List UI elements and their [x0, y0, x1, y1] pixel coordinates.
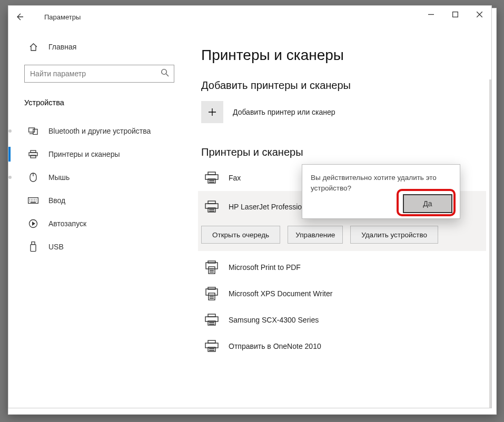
minimize-button[interactable]	[419, 6, 443, 23]
printer-icon	[201, 200, 222, 213]
sidebar-item-typing[interactable]: Ввод	[8, 189, 190, 212]
sidebar-item-label: Принтеры и сканеры	[48, 150, 120, 158]
close-button[interactable]	[467, 6, 491, 23]
printer-label: Отправить в OneNote 2010	[229, 342, 321, 350]
svg-rect-15	[208, 201, 215, 204]
add-printer-label: Добавить принтер или сканер	[233, 108, 335, 116]
scrollbar[interactable]	[489, 79, 491, 408]
search-input[interactable]	[24, 65, 174, 83]
sidebar: Главная Устройства Bluetooth и другие ус…	[8, 36, 190, 408]
confirm-delete-popup: Вы действительно хотите удалить это устр…	[302, 164, 460, 219]
home-label: Главная	[48, 43, 76, 51]
list-section-title: Принтеры и сканеры	[201, 146, 486, 158]
svg-rect-11	[31, 245, 36, 252]
app-title: Параметры	[44, 13, 81, 21]
printer-actions: Открыть очередь Управление Удалить устро…	[198, 223, 486, 251]
printer-label: Microsoft XPS Document Writer	[229, 289, 332, 298]
sidebar-item-autoplay[interactable]: Автозапуск	[8, 212, 190, 235]
printer-icon	[201, 314, 222, 326]
edge-dot	[8, 176, 12, 179]
add-icon	[201, 101, 223, 123]
sidebar-item-mouse[interactable]: Мышь	[8, 166, 190, 189]
svg-rect-12	[208, 172, 215, 175]
confirm-yes-button[interactable]: Да	[403, 194, 452, 213]
printer-label: Microsoft Print to PDF	[229, 263, 301, 272]
printer-item-samsung[interactable]: Samsung SCX-4300 Series	[198, 307, 486, 333]
printer-icon	[27, 150, 39, 158]
printer-doc-icon	[201, 287, 222, 300]
search-wrap	[24, 65, 174, 83]
printer-icon	[201, 172, 222, 184]
sidebar-item-label: USB	[48, 243, 64, 251]
page-title: Принтеры и сканеры	[201, 47, 486, 64]
svg-rect-27	[208, 340, 215, 343]
usb-icon	[27, 242, 39, 252]
printer-icon	[201, 340, 222, 353]
titlebar: Параметры	[8, 6, 491, 28]
svg-rect-2	[29, 128, 35, 132]
content-area: Принтеры и сканеры Добавить принтеры и с…	[198, 37, 486, 408]
nav-list: Bluetooth и другие устройства Принтеры и…	[8, 119, 190, 258]
window-controls	[419, 6, 491, 23]
keyboard-icon	[27, 197, 39, 204]
open-queue-button[interactable]: Открыть очередь	[201, 226, 280, 244]
svg-rect-0	[452, 12, 458, 17]
sidebar-item-label: Автозапуск	[48, 219, 86, 228]
add-section-title: Добавить принтеры и сканеры	[201, 79, 486, 92]
home-nav[interactable]: Главная	[8, 36, 190, 57]
mouse-icon	[27, 173, 39, 182]
svg-rect-18	[206, 263, 218, 269]
svg-rect-22	[208, 287, 215, 289]
svg-rect-10	[32, 242, 35, 245]
manage-button[interactable]: Управление	[288, 226, 343, 244]
search-icon	[161, 68, 169, 78]
confirm-text: Вы действительно хотите удалить это устр…	[311, 173, 451, 193]
remove-device-button[interactable]: Удалить устройство	[350, 226, 438, 244]
maximize-button[interactable]	[443, 6, 467, 23]
sidebar-item-label: Мышь	[48, 173, 70, 182]
sidebar-item-printers[interactable]: Принтеры и сканеры	[8, 143, 190, 166]
back-button[interactable]	[8, 6, 31, 28]
home-icon	[27, 43, 39, 52]
printer-item-onenote[interactable]: Отправить в OneNote 2010	[198, 333, 486, 359]
svg-rect-21	[206, 289, 218, 295]
svg-rect-24	[208, 314, 215, 317]
sidebar-item-bluetooth[interactable]: Bluetooth и другие устройства	[8, 119, 190, 143]
svg-point-1	[162, 69, 167, 75]
sidebar-item-label: Ввод	[48, 196, 65, 205]
devices-icon	[27, 127, 39, 135]
printer-doc-icon	[201, 260, 222, 274]
category-label: Устройства	[24, 98, 190, 107]
printer-label: Fax	[229, 174, 241, 182]
svg-rect-19	[208, 261, 215, 263]
printer-item-ms-pdf[interactable]: Microsoft Print to PDF	[198, 254, 486, 280]
add-printer-row[interactable]: Добавить принтер или сканер	[201, 101, 486, 123]
edge-dot	[8, 129, 12, 133]
sidebar-item-usb[interactable]: USB	[8, 235, 190, 258]
printer-item-xps[interactable]: Microsoft XPS Document Writer	[198, 280, 486, 307]
sidebar-item-label: Bluetooth и другие устройства	[48, 127, 151, 135]
autoplay-icon	[27, 219, 39, 228]
printer-label: Samsung SCX-4300 Series	[229, 316, 319, 324]
